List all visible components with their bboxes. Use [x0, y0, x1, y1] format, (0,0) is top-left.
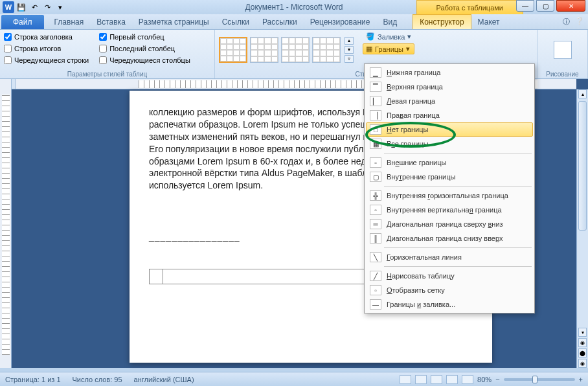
vertical-scrollbar[interactable]: ▴ ▾ ◉ ⬤ ◉ [576, 89, 588, 368]
table-style-thumb[interactable] [250, 37, 278, 63]
tab-home[interactable]: Главная [48, 15, 91, 29]
tab-review[interactable]: Рецензирование [304, 15, 377, 29]
status-page[interactable]: Страница: 1 из 1 [5, 376, 61, 383]
border-menu-label: Нижняя граница [387, 69, 440, 76]
shading-button[interactable]: 🪣Заливка▾ [363, 31, 414, 42]
chk-total-row[interactable]: Строка итогов [4, 43, 89, 54]
chk-first-column[interactable]: Первый столбец [99, 31, 190, 43]
chk-banded-rows[interactable]: Чередующиеся строки [4, 54, 89, 66]
table-style-thumb[interactable] [281, 37, 310, 63]
close-button[interactable]: ✕ [556, 0, 585, 12]
border-menu-label: Левая граница [387, 97, 435, 105]
prev-page-icon[interactable]: ◉ [578, 338, 587, 347]
redo-icon[interactable]: ↷ [41, 1, 53, 13]
chk-last-column[interactable]: Последний столбец [99, 43, 190, 54]
borders-dropdown: ▁Нижняя граница▔Верхняя граница▏Левая гр… [364, 63, 535, 313]
border-menu-label: Внешние границы [387, 159, 446, 166]
window-controls: — ▢ ✕ [514, 0, 585, 12]
view-full-screen-icon[interactable] [415, 375, 427, 384]
table-style-thumb[interactable] [312, 37, 341, 63]
title-bar: W 💾 ↶ ↷ ▾ Документ1 - Microsoft Word Раб… [0, 0, 588, 14]
border-menu-label: Отобразить сетку [387, 286, 445, 294]
scroll-down-icon[interactable]: ▾ [578, 328, 587, 337]
view-print-layout-icon[interactable] [400, 375, 411, 384]
border-type-icon: — [370, 299, 381, 310]
help-icon[interactable]: ❔ [575, 17, 584, 27]
chk-header-row[interactable]: Строка заголовка [4, 31, 89, 43]
zoom-slider-thumb[interactable] [532, 376, 537, 383]
gallery-more-icon[interactable]: ▿ [345, 55, 354, 63]
border-menu-label: Горизонтальная линия [387, 253, 462, 261]
chk-banded-columns[interactable]: Чередующиеся столбцы [99, 54, 190, 66]
view-web-layout-icon[interactable] [431, 375, 442, 384]
maximize-button[interactable]: ▢ [536, 0, 554, 12]
border-menu-item[interactable]: ▔Верхняя граница [366, 80, 533, 94]
gallery-up-icon[interactable]: ▴ [345, 37, 354, 45]
borders-button[interactable]: ▦Границы▾ [363, 43, 414, 54]
status-words[interactable]: Число слов: 95 [73, 376, 122, 383]
zoom-in-icon[interactable]: + [579, 376, 583, 383]
border-menu-label: Внутренняя вертикальная граница [387, 206, 502, 214]
gallery-down-icon[interactable]: ▾ [345, 46, 354, 54]
border-type-icon: ▔ [370, 82, 381, 92]
border-menu-item[interactable]: ═Диагональная граница сверху вниз [366, 217, 533, 231]
border-type-icon: ╬ [370, 190, 381, 201]
border-menu-item[interactable]: □Нет границы [366, 122, 533, 137]
view-draft-icon[interactable] [462, 375, 473, 384]
border-type-icon: ▕ [370, 110, 381, 120]
border-menu-item[interactable]: ▢Внутренние границы [366, 170, 533, 184]
status-bar: Страница: 1 из 1 Число слов: 95 английск… [0, 372, 588, 386]
tab-references[interactable]: Ссылки [216, 15, 256, 29]
view-outline-icon[interactable] [446, 375, 458, 384]
draw-table-button[interactable] [550, 31, 576, 69]
tab-page-layout[interactable]: Разметка страницы [132, 15, 216, 29]
group-table-style-options: Строка заголовка Строка итогов Чередующи… [0, 30, 215, 78]
undo-icon[interactable]: ↶ [28, 1, 40, 13]
scroll-up-icon[interactable]: ▴ [578, 89, 587, 98]
border-type-icon: ╱ [370, 271, 381, 281]
tab-mailings[interactable]: Рассылки [256, 15, 304, 29]
save-icon[interactable]: 💾 [16, 1, 27, 13]
border-menu-label: Правая граница [387, 111, 440, 119]
border-menu-label: Внутренние границы [387, 173, 455, 181]
border-menu-item[interactable]: ╱Нарисовать таблицу [366, 269, 533, 283]
vertical-ruler[interactable] [0, 79, 12, 368]
border-menu-item[interactable]: ▫Внутренняя вертикальная граница [366, 203, 533, 217]
zoom-level[interactable]: 80% [477, 376, 492, 383]
table-style-thumb[interactable] [219, 37, 247, 63]
border-menu-item[interactable]: —Границы и заливка... [366, 297, 533, 312]
border-menu-item[interactable]: ╲Горизонтальная линия [366, 250, 533, 264]
next-page-icon[interactable]: ◉ [578, 359, 587, 368]
tab-view[interactable]: Вид [376, 15, 403, 29]
border-type-icon: ▏ [370, 96, 381, 106]
border-menu-label: Диагональная граница снизу вверх [387, 234, 503, 242]
minimize-button[interactable]: — [516, 0, 534, 12]
border-menu-item[interactable]: ▫Отобразить сетку [366, 283, 533, 297]
minimize-ribbon-icon[interactable]: ⓘ [563, 17, 570, 27]
border-menu-item[interactable]: ▦Все границы [366, 137, 533, 151]
browse-object-icon[interactable]: ⬤ [578, 348, 587, 358]
border-menu-item[interactable]: ▕Правая граница [366, 108, 533, 122]
tab-insert[interactable]: Вставка [90, 15, 132, 29]
tab-file[interactable]: Файл [1, 15, 44, 29]
border-menu-label: Нет границы [387, 126, 428, 133]
border-menu-item[interactable]: ▏Левая граница [366, 94, 533, 108]
border-menu-item[interactable]: ▁Нижняя граница [366, 65, 533, 80]
tab-layout[interactable]: Макет [471, 15, 506, 29]
border-menu-label: Нарисовать таблицу [387, 272, 455, 280]
scrollbar-thumb[interactable] [578, 101, 587, 231]
table-styles-gallery[interactable]: ▴ ▾ ▿ [219, 31, 354, 69]
border-menu-item[interactable]: ▫Внешние границы [366, 155, 533, 170]
zoom-out-icon[interactable]: − [495, 376, 499, 383]
status-language[interactable]: английский (США) [134, 376, 194, 383]
border-type-icon: ▦ [370, 139, 381, 149]
border-menu-item[interactable]: ║Диагональная граница снизу вверх [366, 231, 533, 245]
border-menu-item[interactable]: ╬Внутренняя горизонтальная граница [366, 188, 533, 203]
bucket-icon: 🪣 [366, 32, 375, 41]
qat-customize-icon[interactable]: ▾ [54, 1, 66, 13]
tab-design[interactable]: Конструктор [413, 14, 471, 29]
word-icon: W [3, 1, 14, 13]
zoom-slider[interactable] [504, 378, 575, 381]
border-type-icon: ═ [370, 219, 381, 229]
pen-icon [554, 41, 572, 59]
